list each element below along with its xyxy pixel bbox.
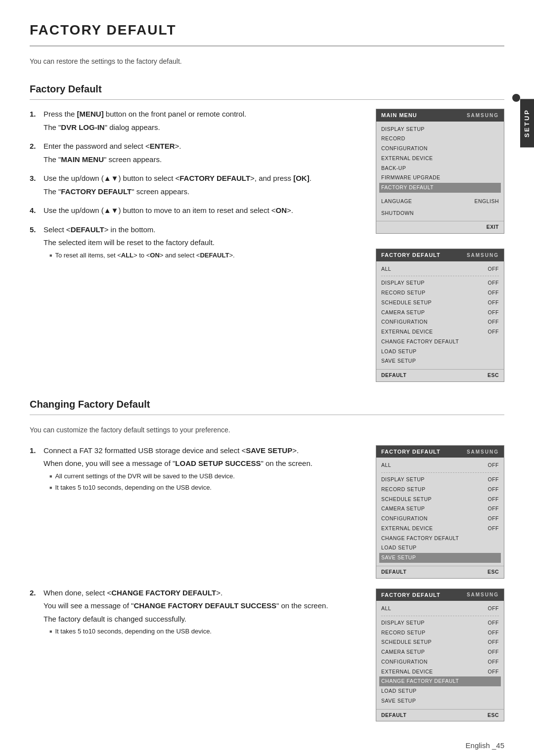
menu-footer-right: EXIT [487,223,499,231]
s2-step-2-num: 2. [30,588,40,636]
fd2-footer-right: ESC [488,568,499,576]
fd3-load: LOAD SETUP [381,686,499,696]
step-3-num: 3. [30,173,40,199]
menu-item-record: RECORD [381,134,499,144]
side-tab-dot [512,94,520,102]
step-2-num: 2. [30,141,40,167]
fd1-footer-left: DEFAULT [381,372,406,379]
fd3-all: ALLOFF [381,604,499,614]
fd2-body: ALLOFF DISPLAY SETUPOFF RECORD SETUPOFF … [376,458,504,566]
fd2-load: LOAD SETUP [381,543,499,553]
fd2-change-factory: CHANGE FACTORY DEFAULT [381,534,499,544]
fd2-footer: DEFAULT ESC [376,566,504,578]
fd1-change-factory: CHANGE FACTORY DEFAULT [381,337,499,347]
page-footer: English _45 [466,740,504,752]
fd1-title: FACTORY DEFAULT [381,251,441,259]
fd3-record: RECORD SETUPOFF [381,628,499,638]
main-menu-footer: EXIT [376,221,504,233]
fd1-footer: DEFAULT ESC [376,369,504,381]
fd1-display: DISPLAY SETUPOFF [381,278,499,288]
fd3-footer-right: ESC [488,712,499,719]
menu-item-external-device: EXTERNAL DEVICE [381,154,499,164]
page-title: FACTORY DEFAULT [30,20,504,46]
section2-subtitle: You can customize the factory default se… [30,425,504,435]
step-3-content: Use the up/down (▲▼) button to select <F… [44,173,312,199]
fd1-schedule: SCHEDULE SETUPOFF [381,298,499,308]
step-4: 4. Use the up/down (▲▼) button to move t… [30,205,361,218]
fd3-camera: CAMERA SETUPOFF [381,647,499,657]
section1-steps: 1. Press the [MENU] button on the front … [30,109,361,382]
fd2-header: FACTORY DEFAULT SAMSUNG [376,446,504,458]
s2-step-2-note1: It takes 5 to10 seconds, depending on th… [49,627,328,636]
fd3-title: FACTORY DEFAULT [381,591,441,599]
fd3-extdev: EXTERNAL DEVICEOFF [381,667,499,677]
s2-step-1-num: 1. [30,445,40,493]
section1-title: Factory Default [30,82,504,100]
main-menu-header: MAIN MENU SAMSUNG [376,109,504,122]
menu-item-firmware: FIRMWARE UPGRADE [381,173,499,183]
fd2-save: SAVE SETUP [379,553,501,563]
factory-default-screenshot-2: FACTORY DEFAULT SAMSUNG ALLOFF DISPLAY S… [376,445,504,579]
menu-item-configuration: CONFIGURATION [381,144,499,154]
main-menu-screenshot: MAIN MENU SAMSUNG DISPLAY SETUP RECORD C… [376,109,504,234]
step-5: 5. Select <DEFAULT> in the bottom. The s… [30,224,361,260]
section1-content: 1. Press the [MENU] button on the front … [30,109,504,382]
fd1-all: ALLOFF [381,264,499,274]
section2-steps: 1. Connect a FAT 32 formatted USB storag… [30,445,361,722]
menu-item-backup: BACK-UP [381,164,499,173]
s2-step-1-note1: All current settings of the DVR will be … [49,471,312,481]
s2-step-1-content: Connect a FAT 32 formatted USB storage d… [44,445,312,493]
step-4-num: 4. [30,205,40,218]
main-menu-title: MAIN MENU [381,111,417,120]
s2-screenshots-col: FACTORY DEFAULT SAMSUNG ALLOFF DISPLAY S… [376,445,504,722]
fd2-all: ALLOFF [381,461,499,470]
fd3-brand: SAMSUNG [467,591,499,598]
fd1-header: FACTORY DEFAULT SAMSUNG [376,249,504,261]
page: SETUP FACTORY DEFAULT You can restore th… [0,0,534,756]
fd1-extdev: EXTERNAL DEVICEOFF [381,327,499,337]
step-5-num: 5. [30,224,40,260]
menu-item-language: LANGUAGEENGLISH [381,197,499,207]
step-5-note: To reset all items, set <ALL> to <ON> an… [49,251,235,260]
fd1-config: CONFIGURATIONOFF [381,317,499,327]
factory-default-screenshot-3: FACTORY DEFAULT SAMSUNG ALLOFF DISPLAY S… [376,588,504,722]
screenshots-col: MAIN MENU SAMSUNG DISPLAY SETUP RECORD C… [376,109,504,382]
fd2-title: FACTORY DEFAULT [381,448,441,456]
step-1-content: Press the [MENU] button on the front pan… [44,109,246,135]
fd2-record: RECORD SETUPOFF [381,485,499,495]
fd3-footer: DEFAULT ESC [376,709,504,721]
menu-item-display-setup: DISPLAY SETUP [381,125,499,134]
side-tab: SETUP [520,99,534,147]
step-3: 3. Use the up/down (▲▼) button to select… [30,173,361,199]
fd3-footer-left: DEFAULT [381,712,406,719]
fd2-schedule: SCHEDULE SETUPOFF [381,495,499,504]
fd3-body: ALLOFF DISPLAY SETUPOFF RECORD SETUPOFF … [376,601,504,709]
step-1: 1. Press the [MENU] button on the front … [30,109,361,135]
step-1-num: 1. [30,109,40,135]
fd1-camera: CAMERA SETUPOFF [381,308,499,318]
page-subtitle: You can restore the settings to the fact… [30,56,504,67]
fd1-body: ALLOFF DISPLAY SETUPOFF RECORD SETUPOFF … [376,261,504,370]
s2-step-2: 2. When done, select <CHANGE FACTORY DEF… [30,588,361,636]
step-2: 2. Enter the password and select <ENTER>… [30,141,361,167]
fd2-brand: SAMSUNG [467,448,499,456]
main-menu-brand: SAMSUNG [467,112,499,119]
s2-step-1: 1. Connect a FAT 32 formatted USB storag… [30,445,361,493]
fd2-footer-left: DEFAULT [381,568,406,576]
factory-default-screenshot-1: FACTORY DEFAULT SAMSUNG ALLOFF DISPLAY S… [376,249,504,382]
section2-content: 1. Connect a FAT 32 formatted USB storag… [30,445,504,722]
main-menu-body: DISPLAY SETUP RECORD CONFIGURATION EXTER… [376,122,504,221]
menu-item-factory-default: FACTORY DEFAULT [379,183,501,193]
section2: Changing Factory Default You can customi… [30,397,504,722]
section2-title: Changing Factory Default [30,397,504,415]
fd3-schedule: SCHEDULE SETUPOFF [381,637,499,647]
step-2-content: Enter the password and select <ENTER>. T… [44,141,181,167]
fd2-display: DISPLAY SETUPOFF [381,475,499,485]
fd2-config: CONFIGURATIONOFF [381,514,499,524]
fd3-config: CONFIGURATIONOFF [381,657,499,667]
fd3-change-factory: CHANGE FACTORY DEFAULT [379,676,501,686]
fd3-save: SAVE SETUP [381,696,499,706]
fd3-header: FACTORY DEFAULT SAMSUNG [376,589,504,601]
fd2-camera: CAMERA SETUPOFF [381,504,499,514]
fd1-save: SAVE SETUP [381,356,499,366]
